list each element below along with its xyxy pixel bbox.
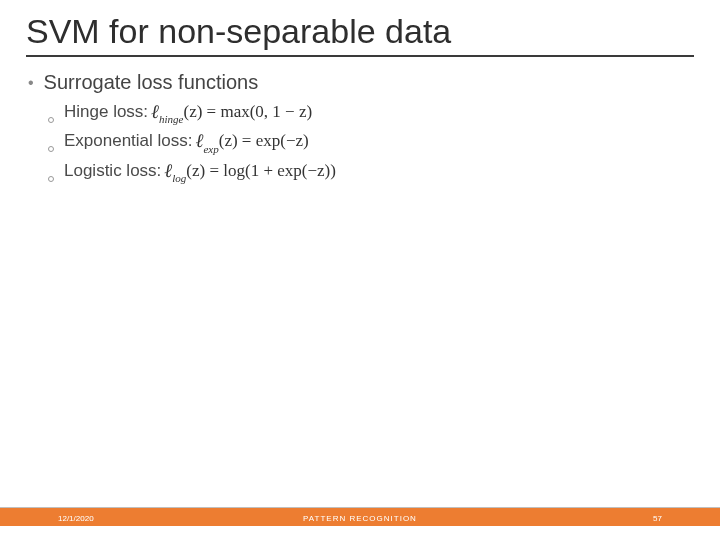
formula-subscript: log	[172, 172, 186, 184]
formula-log: ℓlog(z) = log(1 + exp(−z))	[164, 159, 336, 182]
slide-title: SVM for non-separable data	[26, 12, 694, 51]
footer-bottom-space	[0, 526, 720, 540]
title-underline	[26, 55, 694, 57]
ring-bullet-icon	[48, 117, 54, 123]
bullet-dot-icon: •	[28, 74, 34, 92]
formula-body: (z) = max(0, 1 − z)	[183, 102, 312, 121]
formula-hinge: ℓhinge(z) = max(0, 1 − z)	[151, 100, 312, 123]
main-bullet: • Surrogate loss functions	[28, 71, 694, 94]
formula-body: (z) = log(1 + exp(−z))	[186, 161, 336, 180]
slide-container: SVM for non-separable data • Surrogate l…	[0, 0, 720, 540]
formula-subscript: hinge	[159, 113, 183, 125]
formula-body: (z) = exp(−z)	[219, 131, 309, 150]
sub-bullet-exp: Exponential loss: ℓexp(z) = exp(−z)	[48, 129, 694, 152]
ring-bullet-icon	[48, 176, 54, 182]
formula-exp: ℓexp(z) = exp(−z)	[196, 129, 309, 152]
sub-bullet-log: Logistic loss: ℓlog(z) = log(1 + exp(−z)…	[48, 159, 694, 182]
sub-bullet-label: Exponential loss:	[64, 131, 193, 151]
main-bullet-text: Surrogate loss functions	[44, 71, 259, 94]
sub-bullet-label: Logistic loss:	[64, 161, 161, 181]
ell-symbol: ℓ	[151, 101, 159, 122]
content-area: • Surrogate loss functions Hinge loss: ℓ…	[26, 71, 694, 182]
formula-subscript: exp	[203, 143, 218, 155]
footer-page-number: 57	[653, 514, 662, 523]
footer-center-text: PATTERN RECOGNITION	[0, 514, 720, 523]
sub-bullets-list: Hinge loss: ℓhinge(z) = max(0, 1 − z) Ex…	[28, 100, 694, 182]
ring-bullet-icon	[48, 146, 54, 152]
sub-bullet-hinge: Hinge loss: ℓhinge(z) = max(0, 1 − z)	[48, 100, 694, 123]
sub-bullet-label: Hinge loss:	[64, 102, 148, 122]
